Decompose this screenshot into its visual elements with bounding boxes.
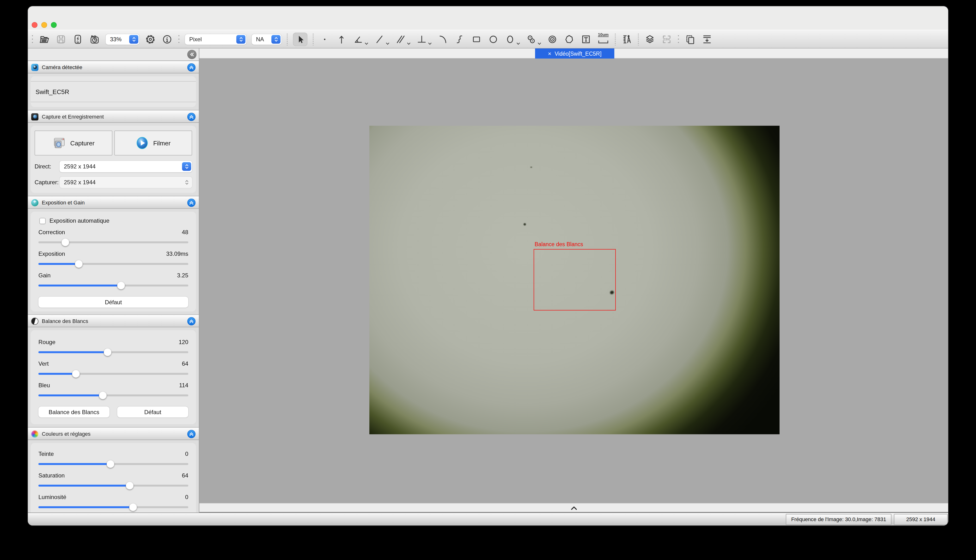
arrow-tool-icon[interactable] [336, 33, 347, 45]
minimize-window-button[interactable] [41, 22, 47, 28]
panel-camera-header[interactable]: Caméra détectée [28, 61, 199, 73]
flash-capture-icon[interactable] [72, 33, 84, 45]
panel-exposure-header[interactable]: Exposition et Gain [28, 196, 199, 209]
collapse-panel-button[interactable] [187, 113, 196, 121]
stepper-icon [129, 35, 138, 43]
slider-thumb[interactable] [129, 503, 137, 511]
slider-thumb[interactable] [62, 238, 69, 246]
white-balance-default-button[interactable]: Défaut [117, 407, 188, 417]
concentric-circles-tool-icon[interactable] [546, 33, 558, 45]
rectangle-tool-icon[interactable] [471, 33, 482, 45]
record-button[interactable]: Filmer [114, 130, 192, 155]
exposure-default-button[interactable]: Défaut [38, 297, 188, 308]
ellipse-tool-icon[interactable] [504, 33, 516, 45]
slider-thumb[interactable] [126, 482, 134, 489]
slider-thumb[interactable] [72, 370, 80, 377]
chevron-down-icon[interactable] [538, 40, 541, 45]
layers-icon[interactable] [644, 33, 656, 45]
tab-video[interactable]: × Vidéo[Swift_EC5R] [535, 48, 614, 58]
correction-slider[interactable] [38, 238, 188, 247]
slider-thumb[interactable] [107, 460, 114, 468]
hue-slider[interactable] [38, 459, 188, 469]
chevron-down-icon[interactable] [428, 40, 432, 45]
collapse-panel-button[interactable] [187, 430, 196, 438]
saturation-slider[interactable] [38, 481, 188, 490]
slider-label: Exposition [38, 250, 65, 257]
chevron-down-icon[interactable] [364, 40, 368, 45]
camera-device-name: Swift_EC5R [35, 88, 69, 95]
panel-title: Capture et Enregistrement [42, 114, 184, 120]
exposure-slider[interactable] [38, 259, 188, 269]
parallel-lines-tool-icon[interactable] [395, 33, 406, 45]
text-tool-icon[interactable] [580, 33, 592, 45]
capture-button[interactable]: Capturer [35, 130, 112, 155]
video-canvas-area: × Vidéo[Swift_EC5R] Balance des Blancs [199, 48, 948, 512]
collapse-panel-button[interactable] [187, 317, 196, 325]
curve-tool-icon[interactable] [454, 33, 465, 45]
zoom-select[interactable]: 33% [106, 34, 139, 44]
unit-select[interactable]: Pixel [185, 34, 246, 44]
gain-slider[interactable] [38, 281, 188, 290]
save-icon [55, 33, 67, 45]
copy-icon[interactable] [684, 33, 696, 45]
chevron-down-icon[interactable] [516, 40, 520, 45]
slider-thumb[interactable] [104, 348, 111, 356]
circle-tool-icon[interactable] [488, 33, 499, 45]
linked-circles-tool-icon[interactable] [525, 33, 537, 45]
scale-bar-tool[interactable]: 10um [597, 33, 610, 46]
live-video-frame[interactable]: Balance des Blancs [369, 126, 780, 434]
slider-label: Teinte [38, 451, 54, 457]
angle-tool-icon[interactable] [353, 33, 364, 45]
still-resolution-label: Capturer: [35, 179, 60, 186]
panel-colors-header[interactable]: Couleurs et réglages [28, 428, 199, 440]
slider-label: Luminosité [38, 494, 66, 500]
brightness-slider[interactable] [38, 502, 188, 512]
line-tool-icon[interactable] [374, 33, 385, 45]
live-resolution-select[interactable]: 2592 x 1944 [60, 161, 192, 172]
zoom-window-button[interactable] [51, 22, 57, 28]
chevron-down-icon[interactable] [407, 40, 411, 45]
point-tool-icon[interactable] [319, 33, 331, 45]
window-controls [32, 22, 57, 28]
slider-thumb[interactable] [75, 260, 83, 268]
polygon-tool-icon[interactable] [563, 33, 575, 45]
white-balance-button-label: Balance des Blancs [49, 408, 99, 415]
info-icon[interactable] [161, 33, 173, 45]
panel-exposure-body: Exposition automatique Correction48 Expo… [28, 209, 199, 314]
slider-label: Correction [38, 229, 65, 236]
white-balance-region[interactable] [534, 249, 616, 310]
slider-thumb[interactable] [99, 391, 107, 399]
tab-close-icon[interactable]: × [548, 51, 551, 57]
auto-exposure-checkbox[interactable] [39, 218, 46, 224]
camera-timer-icon[interactable] [89, 33, 100, 45]
sidebar-collapse-button[interactable] [187, 50, 196, 59]
red-slider[interactable] [38, 347, 188, 357]
collapse-panel-button[interactable] [187, 63, 196, 71]
still-resolution-select[interactable]: 2592 x 1944 [60, 177, 192, 188]
panel-white-balance-body: Rouge120 Vert64 [28, 327, 199, 427]
calipers-icon[interactable] [621, 33, 633, 45]
green-slider[interactable] [38, 369, 188, 378]
close-window-button[interactable] [32, 22, 37, 28]
collapse-panel-button[interactable] [187, 198, 196, 207]
panel-capture-header[interactable]: Capture et Enregistrement [28, 110, 199, 123]
title-bar[interactable] [28, 6, 948, 30]
blue-slider[interactable] [38, 391, 188, 400]
white-balance-button[interactable]: Balance des Blancs [38, 407, 110, 417]
pointer-tool-icon[interactable] [293, 32, 308, 46]
bottom-panel-toggle[interactable] [199, 503, 948, 512]
na-select[interactable]: NA [252, 34, 281, 44]
perpendicular-tool-icon[interactable] [416, 33, 428, 45]
camera-device-item[interactable]: Swift_EC5R [31, 81, 196, 102]
open-file-icon[interactable] [38, 33, 50, 45]
slider-value: 114 [179, 382, 188, 389]
scale-bar-icon [598, 37, 608, 46]
panel-white-balance-header[interactable]: Balance des Blancs [28, 315, 199, 327]
slider-thumb[interactable] [117, 282, 125, 289]
toolbar-separator [615, 33, 616, 45]
export-icon[interactable] [701, 33, 713, 45]
gear-icon[interactable] [145, 33, 156, 45]
video-viewport[interactable]: Balance des Blancs [199, 58, 948, 503]
arc-tool-icon[interactable] [437, 33, 449, 45]
chevron-down-icon[interactable] [386, 40, 389, 45]
